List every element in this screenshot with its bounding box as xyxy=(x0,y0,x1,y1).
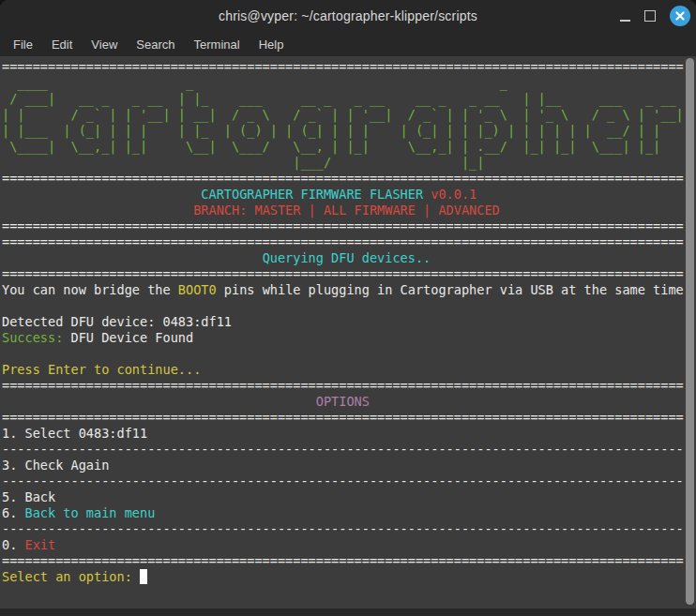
terminal-text xyxy=(2,250,263,265)
terminal-line: Querying DFU devices.. xyxy=(2,250,696,266)
terminal-text: ----------------------------------------… xyxy=(2,521,684,536)
maximize-button[interactable] xyxy=(644,10,656,22)
terminal-line xyxy=(2,298,696,314)
menu-item-search[interactable]: Search xyxy=(127,35,184,54)
terminal-text: ========================================… xyxy=(2,234,684,249)
terminal-text: Success: xyxy=(2,330,63,345)
terminal-text: 1. Select 0483:df11 xyxy=(2,426,147,441)
terminal-line xyxy=(2,346,696,362)
terminal-text: Detected DFU device: 0483:df11 xyxy=(2,314,232,329)
terminal-text: DFU Device Found xyxy=(63,330,193,345)
terminal-text: 0. xyxy=(2,537,25,552)
minimize-button[interactable] xyxy=(620,11,630,22)
terminal-line xyxy=(2,585,696,601)
terminal-line: | | / _` | | '__| | __| / _ \ / _` | | '… xyxy=(2,107,696,123)
terminal-text: |___/ |_| xyxy=(2,155,684,170)
terminal-line: 1. Select 0483:df11 xyxy=(2,426,696,442)
terminal-line: ----------------------------------------… xyxy=(2,521,696,537)
terminal-text: ========================================… xyxy=(2,266,684,281)
terminal-text: ========================================… xyxy=(2,218,684,233)
terminal-line: ========================================… xyxy=(2,410,696,426)
terminal-line: ____ _ _ xyxy=(2,75,696,91)
terminal-line: 5. Back xyxy=(2,489,696,505)
terminal-text: ========================================… xyxy=(2,378,684,393)
terminal-line: ========================================… xyxy=(2,553,696,569)
terminal-text: ========================================… xyxy=(2,410,684,425)
terminal-line: ========================================… xyxy=(2,234,696,250)
menu-item-view[interactable]: View xyxy=(82,35,127,54)
terminal-text: / ___| __ _ _ __ | |_ ___ __ _ _ __ __ _… xyxy=(2,91,684,106)
terminal-text: ========================================… xyxy=(2,553,684,568)
terminal-text: 6. xyxy=(2,505,25,520)
terminal-line: 6. Back to main menu xyxy=(2,505,696,521)
terminal-line: 0. Exit xyxy=(2,537,696,553)
window-title: chris@vyper: ~/cartographer-klipper/scri… xyxy=(219,8,477,23)
terminal-line: ========================================… xyxy=(2,378,696,394)
terminal-line: ========================================… xyxy=(2,218,696,234)
terminal-text: BOOT0 xyxy=(178,282,217,297)
terminal-line: Detected DFU device: 0483:df11 xyxy=(2,314,696,330)
terminal-line: ========================================… xyxy=(2,171,696,187)
terminal-line: ========================================… xyxy=(2,59,696,75)
terminal-cursor xyxy=(140,569,147,584)
terminal-line: ----------------------------------------… xyxy=(2,473,696,489)
terminal-text xyxy=(2,394,316,409)
terminal-line: \____| \__,_| |_| \__| \___/ \__, | |_| … xyxy=(2,139,696,155)
terminal-text: 3. Check Again xyxy=(2,458,109,473)
terminal-line: ========================================… xyxy=(2,266,696,282)
terminal-window: chris@vyper: ~/cartographer-klipper/scri… xyxy=(0,0,696,616)
terminal-text: | | / _` | | '__| | __| / _ \ / _` | | '… xyxy=(2,107,684,122)
terminal-line: / ___| __ _ _ __ | |_ ___ __ _ _ __ __ _… xyxy=(2,91,696,107)
terminal-text: 5. Back xyxy=(2,489,55,504)
menu-item-edit[interactable]: Edit xyxy=(42,35,82,54)
terminal-line: CARTOGRAPHER FIRMWARE FLASHER v0.0.1 xyxy=(2,187,696,203)
close-icon xyxy=(675,11,685,21)
terminal-line: Select an option: xyxy=(2,569,696,585)
terminal-line: BRANCH: MASTER | ALL FIRMWARE | ADVANCED xyxy=(2,203,696,218)
close-button[interactable] xyxy=(670,6,690,26)
menu-item-help[interactable]: Help xyxy=(250,35,294,54)
terminal-line: 3. Check Again xyxy=(2,458,696,473)
menu-item-file[interactable]: File xyxy=(4,35,42,54)
terminal-text: Exit xyxy=(25,537,56,552)
terminal-line: Press Enter to continue... xyxy=(2,362,696,378)
terminal-line xyxy=(2,601,696,608)
terminal-text: ----------------------------------------… xyxy=(2,473,684,488)
menu-item-terminal[interactable]: Terminal xyxy=(185,35,250,54)
terminal-text: Press Enter to continue... xyxy=(2,362,201,377)
terminal-line: Success: DFU Device Found xyxy=(2,330,696,346)
maximize-icon xyxy=(644,10,656,22)
terminal-text: \____| \__,_| |_| \__| \___/ \__, | |_| … xyxy=(2,139,684,154)
terminal-output[interactable]: ========================================… xyxy=(0,56,696,608)
terminal-text: ____ _ _ xyxy=(2,75,653,90)
terminal-text xyxy=(2,187,201,202)
terminal-text: CARTOGRAPHER FIRMWARE FLASHER xyxy=(201,187,431,202)
minimize-icon xyxy=(620,20,630,22)
terminal-text: | |___ | (_| | | | | |_ | (_) | | (_| | … xyxy=(2,123,684,138)
terminal-text: You can now bridge the xyxy=(2,282,178,297)
scrollbar[interactable] xyxy=(686,58,694,605)
terminal-text: v0.0.1 xyxy=(431,187,477,202)
terminal-line: You can now bridge the BOOT0 pins while … xyxy=(2,282,696,298)
terminal-text: Select an option: xyxy=(2,569,140,584)
terminal-text: ========================================… xyxy=(2,59,684,74)
terminal-line: ----------------------------------------… xyxy=(2,442,696,458)
terminal-line: |___/ |_| xyxy=(2,155,696,171)
terminal-text: ========================================… xyxy=(2,171,684,186)
terminal-text: Querying DFU devices.. xyxy=(263,250,431,265)
terminal-text: pins while plugging in Cartographer via … xyxy=(217,282,691,297)
terminal-text: OPTIONS xyxy=(316,394,370,409)
terminal-text: ----------------------------------------… xyxy=(2,442,684,457)
window-controls xyxy=(620,0,690,32)
menubar: FileEditViewSearchTerminalHelp xyxy=(0,32,696,57)
scrollbar-thumb[interactable] xyxy=(686,58,694,605)
titlebar[interactable]: chris@vyper: ~/cartographer-klipper/scri… xyxy=(0,0,696,32)
terminal-line: OPTIONS xyxy=(2,394,696,410)
terminal-text: Back to main menu xyxy=(25,505,156,520)
terminal-text xyxy=(2,203,193,218)
terminal-line: | |___ | (_| | | | | |_ | (_) | | (_| | … xyxy=(2,123,696,139)
terminal-text: BRANCH: MASTER | ALL FIRMWARE | ADVANCED xyxy=(193,203,500,218)
window-bottom-border xyxy=(0,608,696,616)
